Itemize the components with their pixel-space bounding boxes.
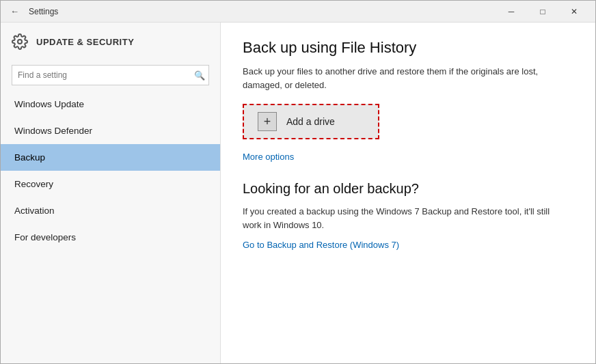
sidebar-app-title: UPDATE & SECURITY xyxy=(36,37,134,47)
sidebar-item-activation[interactable]: Activation xyxy=(1,197,220,224)
sidebar-item-windows-defender[interactable]: Windows Defender xyxy=(1,117,220,144)
backup-section-desc: Back up your files to another drive and … xyxy=(243,65,557,92)
sidebar-nav: Windows Update Windows Defender Backup R… xyxy=(1,91,220,364)
sidebar-header: UPDATE & SECURITY xyxy=(1,23,220,58)
window-title: Settings xyxy=(29,7,58,16)
gear-icon xyxy=(12,33,28,50)
search-input[interactable] xyxy=(12,65,209,85)
search-icon: 🔍 xyxy=(194,70,205,81)
back-button[interactable]: ← xyxy=(6,5,23,18)
search-container: 🔍 xyxy=(12,65,209,85)
plus-icon: + xyxy=(258,112,277,131)
sidebar-item-backup[interactable]: Backup xyxy=(1,144,220,171)
main-layout: UPDATE & SECURITY 🔍 Windows Update Windo… xyxy=(1,23,595,364)
older-backup-title: Looking for an older backup? xyxy=(243,181,573,197)
go-backup-restore-link[interactable]: Go to Backup and Restore (Windows 7) xyxy=(243,240,399,250)
title-bar-left: ← Settings xyxy=(6,5,58,18)
sidebar-item-recovery[interactable]: Recovery xyxy=(1,171,220,197)
older-backup-desc: If you created a backup using the Window… xyxy=(243,205,557,232)
svg-point-0 xyxy=(18,40,22,44)
maximize-button[interactable]: □ xyxy=(527,1,558,23)
add-drive-label: Add a drive xyxy=(286,116,335,127)
more-options-link[interactable]: More options xyxy=(243,152,294,162)
close-button[interactable]: ✕ xyxy=(558,1,590,23)
sidebar-item-windows-update[interactable]: Windows Update xyxy=(1,91,220,117)
add-drive-button[interactable]: + Add a drive xyxy=(243,104,379,139)
sidebar: UPDATE & SECURITY 🔍 Windows Update Windo… xyxy=(1,23,221,364)
add-drive-container: + Add a drive xyxy=(243,104,573,139)
search-area: 🔍 xyxy=(1,58,220,91)
title-bar: ← Settings ─ □ ✕ xyxy=(1,1,595,23)
title-bar-controls: ─ □ ✕ xyxy=(496,1,590,23)
sidebar-item-for-developers[interactable]: For developers xyxy=(1,224,220,251)
minimize-button[interactable]: ─ xyxy=(496,1,527,23)
backup-section-title: Back up using File History xyxy=(243,39,573,57)
content-area: Back up using File History Back up your … xyxy=(221,23,595,364)
